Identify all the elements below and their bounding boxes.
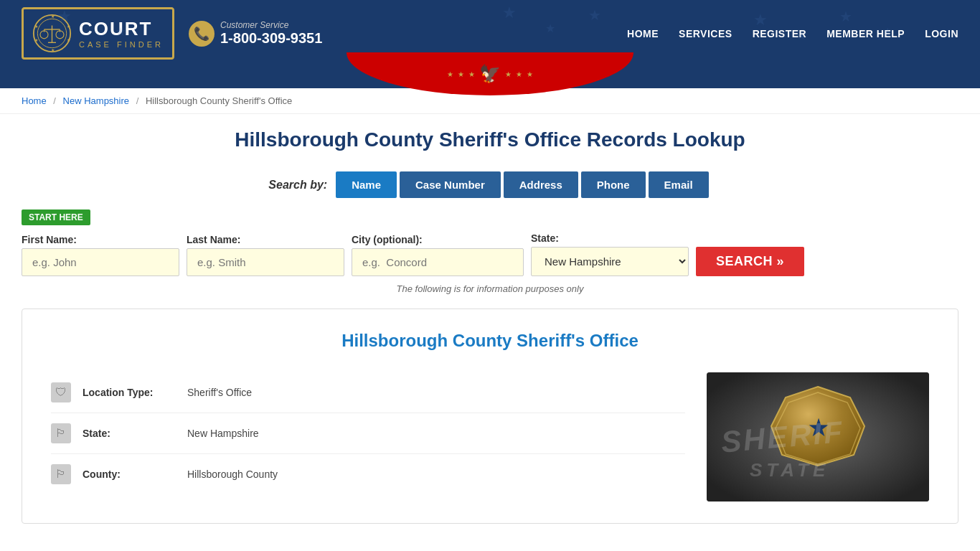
last-name-label: Last Name: [187,234,344,245]
logo-text: COURT CASE FINDER [79,18,164,49]
phone-number: 1-800-309-9351 [220,30,322,47]
location-type-key: Location Type: [83,387,176,398]
header-left: ★ ★ ★ ★ ★ ★ COURT CASE FINDER [22,7,322,60]
search-form: First Name: Last Name: City (optional): … [22,232,958,276]
tab-phone[interactable]: Phone [581,171,646,198]
info-row-county: 🏳 County: Hillsborough County [51,454,685,494]
state-group: State: New Hampshire Alabama Alaska Ariz… [531,232,689,276]
svg-text:★: ★ [545,22,555,34]
page-title: Hillsborough County Sheriff's Office Rec… [22,128,958,151]
tab-address[interactable]: Address [504,171,578,198]
phone-icon: 📞 [189,21,215,47]
info-box: Hillsborough County Sheriff's Office 🛡 L… [22,309,958,524]
svg-text:★: ★ [67,24,70,29]
info-box-content: 🛡 Location Type: Sheriff's Office 🏳 Stat… [51,372,929,501]
search-by-label: Search by: [268,179,327,192]
state-label: State: [531,232,689,244]
svg-text:★: ★ [51,48,55,52]
tab-name[interactable]: Name [336,171,397,198]
info-details: 🛡 Location Type: Sheriff's Office 🏳 Stat… [51,372,685,501]
city-input[interactable] [352,248,524,276]
sheriff-image: ★ SHERIF STATE [707,372,929,501]
tab-email[interactable]: Email [649,171,709,198]
state-key: State: [83,428,176,439]
phone-block: 📞 Customer Service 1-800-309-9351 [189,20,322,47]
tab-case-number[interactable]: Case Number [400,171,501,198]
state-select[interactable]: New Hampshire Alabama Alaska Arizona Ark… [531,247,689,276]
first-name-input[interactable] [22,248,179,276]
banner-area: ★ ★ ★ 🦅 ★ ★ ★ [0,67,980,88]
star-left-1: ★ [447,70,453,78]
search-button[interactable]: SEARCH » [696,247,804,276]
county-value: Hillsborough County [187,468,278,480]
svg-text:★: ★ [753,11,768,29]
location-type-value: Sheriff's Office [187,387,252,398]
search-by-row: Search by: Name Case Number Address Phon… [22,171,958,198]
breadcrumb-sep-2: / [136,95,139,106]
eagle-icon: 🦅 [479,64,501,84]
star-left-3: ★ [468,70,475,78]
svg-text:★: ★ [34,38,38,42]
star-left-2: ★ [458,70,464,78]
star-right-3: ★ [527,70,533,78]
nav-member-help[interactable]: MEMBER HELP [826,28,905,39]
main-content: Hillsborough County Sheriff's Office Rec… [0,114,980,538]
info-note: The following is for information purpose… [22,283,958,294]
svg-text:★: ★ [51,14,55,19]
svg-text:★: ★ [34,24,38,29]
eagle-badge: ★ ★ ★ 🦅 ★ ★ ★ [447,64,533,84]
location-type-icon: 🛡 [51,382,71,402]
site-logo[interactable]: ★ ★ ★ ★ ★ ★ COURT CASE FINDER [22,7,174,60]
logo-court-text: COURT [79,18,164,40]
nav-register[interactable]: REGISTER [753,28,807,39]
info-row-location-type: 🛡 Location Type: Sheriff's Office [51,372,685,413]
svg-text:STATE: STATE [750,459,829,481]
county-key: County: [83,468,176,480]
svg-text:★: ★ [67,38,70,42]
city-group: City (optional): [352,234,524,276]
breadcrumb-home[interactable]: Home [22,95,47,106]
state-value: New Hampshire [187,428,259,439]
nav-services[interactable]: SERVICES [679,28,732,39]
start-here-badge: START HERE [22,209,90,225]
breadcrumb-current: Hillsborough County Sheriff's Office [146,95,292,106]
nav-login[interactable]: LOGIN [925,28,958,39]
svg-text:★: ★ [502,4,517,22]
customer-service-label: Customer Service [220,20,322,30]
star-right-2: ★ [516,70,522,78]
nav-home[interactable]: HOME [627,28,659,39]
sheriff-badge-svg: ★ SHERIF STATE [707,372,929,501]
first-name-group: First Name: [22,234,179,276]
logo-emblem-icon: ★ ★ ★ ★ ★ ★ [32,14,72,53]
svg-text:★: ★ [588,7,601,23]
logo-case-finder-text: CASE FINDER [79,40,164,49]
breadcrumb-sep-1: / [53,95,56,106]
breadcrumb-state[interactable]: New Hampshire [63,95,129,106]
county-icon: 🏳 [51,464,71,484]
info-row-state: 🏳 State: New Hampshire [51,413,685,454]
star-right-1: ★ [505,70,512,78]
phone-info: Customer Service 1-800-309-9351 [220,20,322,47]
main-nav: HOME SERVICES REGISTER MEMBER HELP LOGIN [627,28,958,39]
city-label: City (optional): [352,234,524,245]
first-name-label: First Name: [22,234,179,245]
svg-text:★: ★ [839,9,852,24]
last-name-input[interactable] [187,248,344,276]
info-box-title: Hillsborough County Sheriff's Office [51,331,929,351]
state-icon: 🏳 [51,423,71,443]
last-name-group: Last Name: [187,234,344,276]
